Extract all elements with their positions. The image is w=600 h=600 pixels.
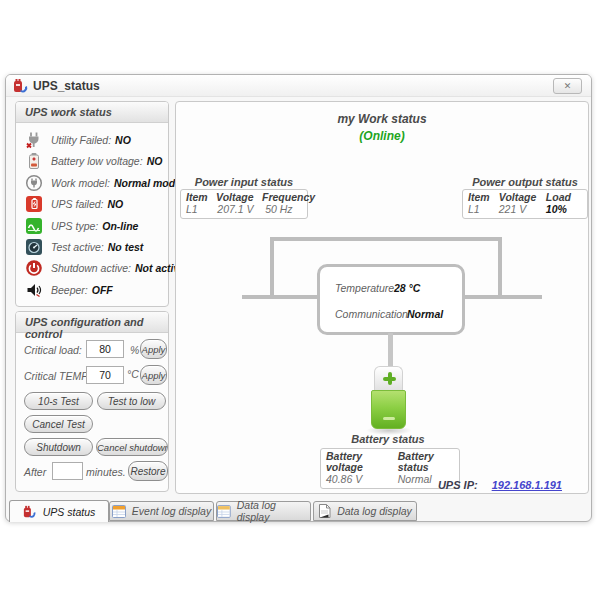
battery-icon xyxy=(374,366,403,391)
tab-label: UPS status xyxy=(43,506,96,518)
ups-ip-link[interactable]: 192.168.1.191 xyxy=(492,479,562,491)
after-minutes-input[interactable] xyxy=(52,462,83,480)
communication-label: Communication xyxy=(335,308,408,320)
power-input-table: Item Voltage Frequency L1 207.1 V 50 Hz xyxy=(180,189,308,219)
status-row-work-model: Work model: Normal mode xyxy=(25,174,168,192)
status-label: UPS type: xyxy=(51,220,98,232)
desktop: UPS_status ✕ UPS work status Utility Fai… xyxy=(0,0,600,600)
utility-failed-icon xyxy=(25,131,43,149)
tab-ups-status[interactable]: UPS status xyxy=(9,500,109,522)
status-label: Shutdown active: xyxy=(51,262,131,274)
ups-status-window: UPS_status ✕ UPS work status Utility Fai… xyxy=(5,74,592,522)
ups-work-status-panel: UPS work status Utility Failed: NO xyxy=(15,101,169,307)
ups-ip-row: UPS IP: 192.168.1.191 xyxy=(438,479,562,491)
work-status-panel: my Work status (Online) Power input stat… xyxy=(175,101,589,494)
status-label: Test active: xyxy=(51,241,104,253)
table-row: L1 221 V 10% xyxy=(468,204,582,215)
communication-value: Normal xyxy=(407,308,443,320)
test-to-low-button[interactable]: Test to low xyxy=(97,392,166,410)
battery-low-icon xyxy=(25,152,43,170)
status-row-utility-failed: Utility Failed: NO xyxy=(25,131,168,149)
cancel-shutdown-button[interactable]: Cancel shutdown xyxy=(96,438,168,456)
tab-event-log[interactable]: Event log display xyxy=(109,501,214,521)
tab-data-log-2[interactable]: Data log display xyxy=(313,501,417,521)
ups-failed-icon xyxy=(25,195,43,213)
work-model-icon xyxy=(25,174,43,192)
col-header: Voltage xyxy=(216,192,262,203)
app-icon xyxy=(13,78,29,94)
event-log-icon xyxy=(112,505,126,518)
titlebar[interactable]: UPS_status ✕ xyxy=(6,75,591,97)
temperature-value: 28 °C xyxy=(394,282,420,294)
col-header: Item xyxy=(186,192,216,203)
apply-temp-button[interactable]: Apply xyxy=(140,365,167,385)
config-body: Critical load: % Apply Critical TEMP: °C… xyxy=(16,333,168,492)
battery-minus-icon xyxy=(383,417,395,420)
main-title: my Work status xyxy=(176,112,588,126)
online-status: (Online) xyxy=(176,129,588,143)
status-list: Utility Failed: NO Battery low voltage: … xyxy=(16,123,168,299)
status-value: No test xyxy=(108,241,144,253)
cancel-test-button[interactable]: Cancel Test xyxy=(24,415,93,433)
close-button[interactable]: ✕ xyxy=(553,78,582,94)
status-value: On-line xyxy=(102,220,138,232)
col-header: Battery status xyxy=(398,451,454,473)
after-label: After xyxy=(24,466,46,478)
ups-work-status-header: UPS work status xyxy=(16,102,168,123)
battery-plus-icon xyxy=(383,372,396,385)
data-log-icon xyxy=(217,505,231,518)
ups-config-header: UPS configuration and control xyxy=(16,312,168,333)
col-header: Battery voltage xyxy=(326,451,398,473)
status-value: OFF xyxy=(92,284,113,296)
apply-load-button[interactable]: Apply xyxy=(140,339,167,359)
tab-label: Event log display xyxy=(132,505,211,517)
critical-load-unit: % xyxy=(130,344,139,356)
cell: 221 V xyxy=(499,204,546,215)
shutdown-active-icon xyxy=(25,259,43,277)
battery-icon-body xyxy=(371,390,406,429)
col-header: Item xyxy=(468,192,499,203)
col-header: Load xyxy=(546,192,582,203)
cell: L1 xyxy=(186,204,217,215)
shutdown-button[interactable]: Shutdown xyxy=(24,438,93,456)
status-label: UPS failed: xyxy=(51,198,104,210)
ups-ip-label: UPS IP: xyxy=(438,479,478,491)
status-row-battery-low: Battery low voltage: NO xyxy=(25,152,168,170)
status-row-ups-type: UPS type: On-line xyxy=(25,217,168,235)
cell: 10% xyxy=(546,204,582,215)
critical-load-label: Critical load: xyxy=(24,344,82,356)
status-value: NO xyxy=(115,134,131,146)
ups-info-box: Temperature 28 °C Communication Normal xyxy=(317,264,465,335)
temperature-label: Temperature xyxy=(335,282,394,294)
ups-status-tab-icon xyxy=(23,505,37,519)
status-label: Beeper: xyxy=(51,284,88,296)
ups-config-panel: UPS configuration and control Critical l… xyxy=(15,311,169,492)
col-header: Frequency xyxy=(262,192,302,203)
critical-temp-input[interactable] xyxy=(86,366,124,384)
status-label: Battery low voltage: xyxy=(51,155,143,167)
cell: 40.86 V xyxy=(326,474,398,485)
test-active-icon xyxy=(25,238,43,256)
col-header: Voltage xyxy=(499,192,546,203)
test-10s-button[interactable]: 10-s Test xyxy=(24,392,93,410)
restore-button[interactable]: Restore xyxy=(128,461,168,481)
tab-label: Data log display xyxy=(237,499,310,523)
tab-label: Data log display xyxy=(337,505,412,517)
battery-wire xyxy=(388,333,393,369)
battery-status-title: Battery status xyxy=(308,433,468,445)
power-output-title: Power output status xyxy=(462,176,588,188)
cell: 50 Hz xyxy=(265,204,302,215)
status-label: Utility Failed: xyxy=(51,134,111,146)
minutes-label: minutes. xyxy=(86,466,126,478)
data-log-edit-icon xyxy=(318,504,331,518)
status-value: NO xyxy=(147,155,163,167)
table-row: 40.86 V Normal xyxy=(326,474,454,485)
tab-data-log[interactable]: Data log display xyxy=(216,501,311,521)
critical-load-input[interactable] xyxy=(86,340,124,358)
table-row: L1 207.1 V 50 Hz xyxy=(186,204,302,215)
power-output-table: Item Voltage Load L1 221 V 10% xyxy=(462,189,588,219)
cell: L1 xyxy=(468,204,499,215)
status-row-beeper: Beeper: OFF xyxy=(25,281,168,299)
status-value: NO xyxy=(108,198,124,210)
beeper-icon xyxy=(25,281,43,299)
